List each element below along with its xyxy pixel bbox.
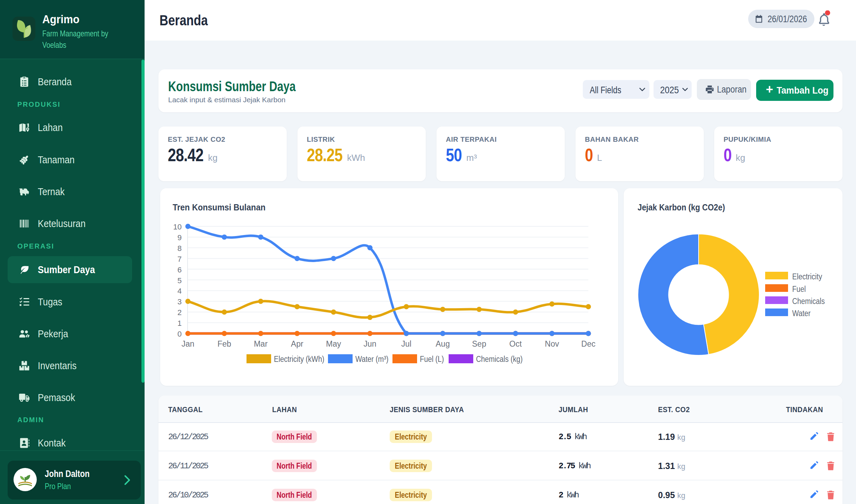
svg-text:Apr: Apr	[291, 339, 303, 348]
svg-text:3: 3	[178, 297, 182, 306]
svg-text:Oct: Oct	[509, 339, 522, 348]
svg-text:Water (m³): Water (m³)	[355, 354, 389, 364]
svg-text:Feb: Feb	[217, 339, 231, 348]
svg-text:Mar: Mar	[254, 339, 268, 348]
svg-text:1: 1	[178, 319, 182, 328]
svg-text:7: 7	[178, 255, 182, 263]
svg-text:Dec: Dec	[581, 339, 596, 348]
svg-text:Jejak Karbon (kg CO2e): Jejak Karbon (kg CO2e)	[638, 202, 725, 212]
svg-text:Jun: Jun	[363, 339, 376, 348]
svg-text:Water: Water	[792, 309, 811, 318]
svg-text:Fuel: Fuel	[792, 284, 806, 294]
svg-text:5: 5	[178, 276, 182, 285]
svg-text:Sep: Sep	[472, 339, 486, 348]
svg-text:2: 2	[178, 308, 182, 317]
svg-text:Nov: Nov	[545, 339, 559, 348]
svg-text:Chemicals: Chemicals	[792, 296, 825, 306]
svg-text:8: 8	[178, 244, 182, 253]
svg-text:Tren Konsumsi Bulanan: Tren Konsumsi Bulanan	[173, 202, 266, 212]
svg-text:4: 4	[178, 287, 182, 295]
svg-text:10: 10	[173, 223, 182, 231]
svg-text:9: 9	[178, 233, 182, 242]
svg-text:0: 0	[178, 330, 182, 338]
svg-text:Jul: Jul	[401, 339, 411, 348]
svg-text:6: 6	[178, 266, 182, 274]
svg-text:Fuel (L): Fuel (L)	[420, 354, 444, 364]
svg-text:Electricity: Electricity	[792, 272, 822, 281]
svg-text:May: May	[326, 339, 341, 348]
svg-text:Aug: Aug	[436, 339, 450, 348]
svg-text:Electricity (kWh): Electricity (kWh)	[274, 354, 325, 364]
svg-text:Jan: Jan	[181, 339, 194, 348]
svg-text:Chemicals (kg): Chemicals (kg)	[476, 354, 522, 364]
